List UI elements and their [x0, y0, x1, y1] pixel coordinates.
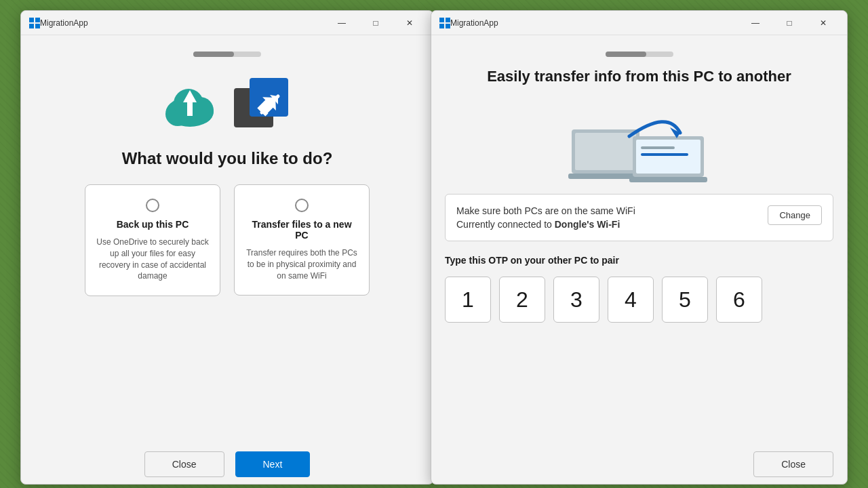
maximize-button-right[interactable]: □	[774, 14, 805, 33]
wifi-name: Dongle's Wi-Fi	[555, 219, 620, 230]
window-left: MigrationApp — □ ✕	[20, 10, 434, 485]
wifi-text-block: Make sure both PCs are on the same WiFi …	[456, 205, 635, 230]
option-card-backup[interactable]: Back up this PC Use OneDrive to securely…	[85, 184, 220, 296]
svg-rect-15	[446, 18, 450, 22]
option-desc-transfer: Transfer requires both the PCs to be in …	[245, 247, 358, 281]
maximize-button-left[interactable]: □	[360, 14, 391, 33]
pc-transfer-image	[565, 99, 714, 180]
progress-bar-right	[606, 52, 673, 57]
bottom-bar-left: Close Next	[21, 441, 433, 484]
otp-digit-1: 1	[445, 277, 491, 323]
window-right: MigrationApp — □ ✕ Easily transfer info …	[431, 10, 848, 485]
svg-rect-3	[35, 24, 40, 28]
progress-fill-right	[606, 52, 646, 57]
otp-label: Type this OTP on your other PC to pair	[445, 255, 833, 266]
app-icon-right	[439, 18, 450, 28]
option-title-transfer: Transfer files to a new PC	[245, 219, 358, 241]
svg-rect-23	[641, 146, 675, 149]
page-heading-left: What would you like to do?	[122, 149, 333, 168]
svg-rect-25	[629, 177, 707, 182]
svg-rect-16	[439, 24, 444, 28]
minimize-button-right[interactable]: —	[740, 14, 771, 33]
otp-digit-3: 3	[553, 277, 599, 323]
close-button-action-right[interactable]: Close	[753, 451, 833, 477]
svg-rect-19	[575, 133, 636, 170]
titlebar-left: MigrationApp — □ ✕	[21, 11, 433, 35]
option-desc-backup: Use OneDrive to securely back up all you…	[96, 237, 209, 282]
otp-digit-2: 2	[499, 277, 545, 323]
otp-digit-6: 6	[716, 277, 762, 323]
window-left-content: What would you like to do? Back up this …	[21, 35, 433, 441]
titlebar-right: MigrationApp — □ ✕	[431, 11, 847, 35]
svg-rect-2	[29, 24, 34, 28]
next-button-left[interactable]: Next	[235, 451, 311, 477]
app-icon-left	[29, 18, 40, 28]
svg-rect-17	[446, 24, 450, 28]
cloud-upload-icon	[163, 77, 231, 134]
svg-rect-1	[35, 18, 40, 22]
otp-section: Type this OTP on your other PC to pair 1…	[445, 244, 833, 328]
wifi-line2: Currently connected to Dongle's Wi-Fi	[456, 219, 635, 230]
change-wifi-button[interactable]: Change	[768, 205, 822, 225]
otp-digit-5: 5	[662, 277, 708, 323]
pc-illustration	[565, 99, 714, 187]
close-button-action-left[interactable]: Close	[144, 451, 224, 477]
svg-rect-14	[439, 18, 444, 22]
option-title-backup: Back up this PC	[117, 219, 189, 230]
titlebar-controls-left: — □ ✕	[326, 14, 425, 33]
progress-bar-left	[193, 52, 261, 57]
wifi-info-box: Make sure both PCs are on the same WiFi …	[445, 194, 833, 241]
progress-fill-left	[193, 52, 234, 57]
wifi-line1: Make sure both PCs are on the same WiFi	[456, 205, 635, 216]
svg-rect-24	[641, 153, 688, 156]
right-heading: Easily transfer info from this PC to ano…	[487, 68, 791, 85]
minimize-button-left[interactable]: —	[326, 14, 357, 33]
titlebar-title-right: MigrationApp	[450, 18, 740, 28]
otp-digits-container: 1 2 3 4 5 6	[445, 277, 833, 323]
radio-backup[interactable]	[146, 199, 159, 212]
bottom-bar-right: Close	[431, 441, 847, 484]
close-button-right[interactable]: ✕	[808, 14, 839, 33]
options-row: Back up this PC Use OneDrive to securely…	[85, 184, 370, 427]
titlebar-title-left: MigrationApp	[40, 18, 326, 28]
wifi-prefix: Currently connected to	[456, 219, 555, 230]
svg-rect-22	[636, 140, 701, 174]
hero-image-left	[163, 75, 292, 136]
otp-digit-4: 4	[608, 277, 654, 323]
transfer-icon	[231, 75, 292, 136]
svg-rect-0	[29, 18, 34, 22]
close-button-left[interactable]: ✕	[394, 14, 425, 33]
option-card-transfer[interactable]: Transfer files to a new PC Transfer requ…	[234, 184, 370, 296]
titlebar-controls-right: — □ ✕	[740, 14, 839, 33]
window-right-content: Easily transfer info from this PC to ano…	[431, 35, 847, 441]
wifi-top-row: Make sure both PCs are on the same WiFi …	[456, 205, 822, 230]
radio-transfer[interactable]	[295, 199, 309, 212]
